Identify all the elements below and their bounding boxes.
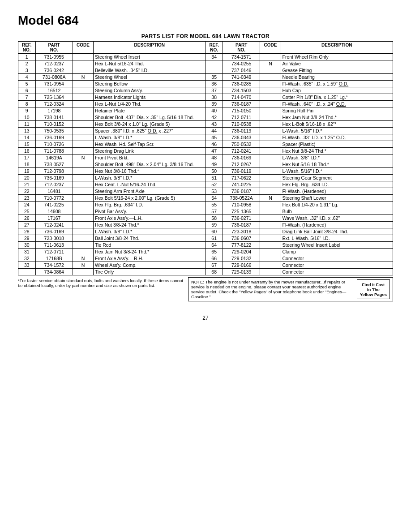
ref-no-left: 33 bbox=[18, 262, 36, 269]
ref-no-left: 8 bbox=[18, 101, 36, 107]
code-right bbox=[260, 141, 281, 148]
header-ref-no2: REF.NO. bbox=[206, 42, 223, 54]
code-right bbox=[260, 161, 281, 168]
desc-right: Needle Bearing bbox=[281, 74, 393, 81]
table-row: 26 17167 Front Axle Ass'y.—L.H. 58 736-0… bbox=[18, 215, 393, 222]
table-row: 20 736-0169 L-Wash. 3/8" I.D.* 51 717-06… bbox=[18, 175, 393, 181]
code-right bbox=[260, 175, 281, 181]
part-no-right: 725-1365 bbox=[223, 208, 260, 215]
desc-left: Retainer Plate bbox=[94, 107, 206, 114]
desc-right: Steering Wheel Insert Label bbox=[281, 242, 393, 249]
code-right bbox=[260, 128, 281, 134]
find-it-fast-text: Find It Fast In The Yellow Pages bbox=[360, 282, 387, 297]
ref-no-right bbox=[206, 67, 223, 74]
part-no-right: 736-0119 bbox=[223, 168, 260, 175]
desc-right: Steering Shaft Lower bbox=[281, 195, 393, 202]
ref-no-left: 7 bbox=[18, 94, 36, 101]
code-left: N bbox=[73, 74, 93, 81]
part-no-right: 734-1503 bbox=[223, 87, 260, 94]
part-no-left: 736-0169 bbox=[35, 134, 73, 141]
ref-no-left: 3 bbox=[18, 67, 36, 74]
code-right bbox=[260, 94, 281, 101]
desc-right: Air Valve bbox=[281, 60, 393, 67]
code-left bbox=[73, 222, 93, 228]
part-no-right: 729-0139 bbox=[223, 269, 260, 275]
table-row: 10 738-0141 Shoulder Bolt .437" Dia. x .… bbox=[18, 114, 393, 121]
code-left bbox=[73, 121, 93, 128]
desc-left: Hex Nut 3/8-16 Thd.* bbox=[94, 168, 206, 175]
ref-no-left: 30 bbox=[18, 242, 36, 249]
table-row: 25 14608 Pivot Bar Ass'y. 57 725-1365 Bu… bbox=[18, 208, 393, 215]
desc-right: Wave Wash. .32" I.D. x .62" bbox=[281, 215, 393, 222]
desc-right: Front Wheel Rim Only bbox=[281, 54, 393, 60]
part-no-left: 736-0169 bbox=[35, 175, 73, 181]
table-row: 23 710-0772 Hex Bolt 5/16-24 x 2.00" Lg.… bbox=[18, 195, 393, 202]
code-right bbox=[260, 249, 281, 255]
code-left bbox=[73, 107, 93, 114]
part-no-left: 712-0324 bbox=[35, 101, 73, 107]
part-no-right: 714-0470 bbox=[223, 94, 260, 101]
part-no-left: 16512 bbox=[35, 87, 73, 94]
desc-left: Steering Wheel Insert bbox=[94, 54, 206, 60]
code-left bbox=[73, 188, 93, 195]
code-left bbox=[73, 67, 93, 74]
ref-no-left: 31 bbox=[18, 249, 36, 255]
part-no-right: 741-0225 bbox=[223, 181, 260, 188]
ref-no-left: 21 bbox=[18, 181, 36, 188]
part-no-right: 729-0204 bbox=[223, 249, 260, 255]
ref-no-right: 57 bbox=[206, 208, 223, 215]
code-left: N bbox=[73, 154, 93, 161]
code-right bbox=[260, 215, 281, 222]
code-right bbox=[260, 188, 281, 195]
part-no-left: 731-0954 bbox=[35, 81, 73, 87]
ref-no-right: 35 bbox=[206, 74, 223, 81]
code-right bbox=[260, 154, 281, 161]
part-no-left: 738-0527 bbox=[35, 161, 73, 168]
ref-no-left: 27 bbox=[18, 222, 36, 228]
ref-no-right: 42 bbox=[206, 114, 223, 121]
ref-no-right: 58 bbox=[206, 215, 223, 222]
desc-right: Ext. L-Wash. 5/16" I.D. bbox=[281, 235, 393, 242]
code-right bbox=[260, 235, 281, 242]
code-right bbox=[260, 269, 281, 275]
desc-right: Cotter Pin 1/8" Dia. x 1.25" Lg.* bbox=[281, 94, 393, 101]
part-no-left: 710-0772 bbox=[35, 195, 73, 202]
code-right bbox=[260, 202, 281, 208]
code-right bbox=[260, 242, 281, 249]
part-no-left: 750-0535 bbox=[35, 128, 73, 134]
table-row: 9 17198 Retainer Plate 40 715-0150 Sprin… bbox=[18, 107, 393, 114]
part-no-right: 734-0255 bbox=[223, 60, 260, 67]
ref-no-left: 13 bbox=[18, 128, 36, 134]
desc-left: Steering Column Ass'y. bbox=[94, 87, 206, 94]
desc-left: Hex Flg. Brg. .634" I.D. bbox=[94, 202, 206, 208]
part-no-right: 715-0150 bbox=[223, 107, 260, 114]
ref-no-left: 24 bbox=[18, 202, 36, 208]
code-left bbox=[73, 215, 93, 222]
code-left bbox=[73, 134, 93, 141]
code-left bbox=[73, 148, 93, 154]
code-right bbox=[260, 101, 281, 107]
ref-no-left: 1 bbox=[18, 54, 36, 60]
ref-no-left: 18 bbox=[18, 161, 36, 168]
part-no-right: 738-0522A bbox=[223, 195, 260, 202]
desc-left: Spacer .380" I.D. x .625" O.D. x .227" bbox=[94, 128, 206, 134]
code-left bbox=[73, 228, 93, 235]
desc-right: Drag Link Ball Joint 3/8-24 Thd. bbox=[281, 228, 393, 235]
table-row: 14 736-0169 L-Wash. 3/8" I.D.* 45 736-03… bbox=[18, 134, 393, 141]
ref-no-right: 44 bbox=[206, 128, 223, 134]
desc-right: L-Wash. 3/8" I.D.* bbox=[281, 154, 393, 161]
footer-engine-note: NOTE: The engine is not under warranty b… bbox=[188, 277, 393, 301]
part-no-left: 731-0806A bbox=[35, 74, 73, 81]
code-right bbox=[260, 114, 281, 121]
code-left bbox=[73, 175, 93, 181]
table-row: 2 712-0237 Hex L-Nut 5/16-24 Thd. 734-02… bbox=[18, 60, 393, 67]
part-no-left: 17167 bbox=[35, 215, 73, 222]
code-left bbox=[73, 242, 93, 249]
ref-no-right: 38 bbox=[206, 94, 223, 101]
ref-no-left: 11 bbox=[18, 121, 36, 128]
ref-no-left: 29 bbox=[18, 235, 36, 242]
ref-no-left bbox=[18, 269, 36, 275]
code-right bbox=[260, 134, 281, 141]
table-row: 15 710-0726 Hex Wash. Hd. Self-Tap Scr. … bbox=[18, 141, 393, 148]
desc-right: Hex L-Bolt 5/16-18 x .62"* bbox=[281, 121, 393, 128]
